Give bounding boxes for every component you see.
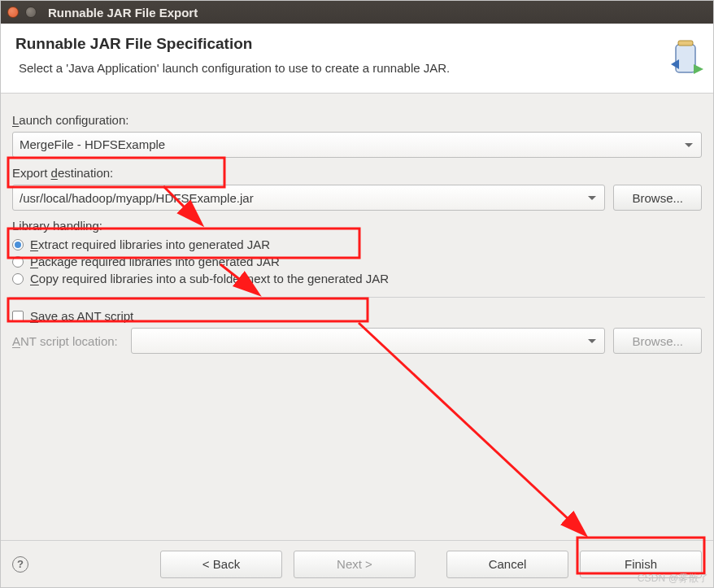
launch-config-combo[interactable]: MergeFile - HDFSExample: [12, 132, 702, 158]
radio-icon: [12, 239, 24, 250]
save-ant-checkbox[interactable]: Save as ANT script: [12, 309, 702, 323]
checkbox-icon: [12, 311, 24, 322]
svg-marker-2: [671, 59, 679, 69]
watermark: CSDN @雾散了: [638, 572, 708, 586]
browse-dest-button[interactable]: Browse...: [613, 185, 702, 211]
cancel-button[interactable]: Cancel: [446, 551, 568, 578]
title-bar: Runnable JAR File Export: [1, 1, 713, 24]
launch-config-value: MergeFile - HDFSExample: [20, 132, 165, 158]
launch-config-label: Launch configuration:: [12, 113, 702, 127]
back-button[interactable]: < Back: [160, 551, 282, 578]
ant-script-location-combo: [131, 328, 606, 354]
radio-icon: [12, 256, 24, 268]
close-icon[interactable]: [7, 7, 19, 18]
page-description: Select a 'Java Application' launch confi…: [15, 61, 699, 75]
help-icon[interactable]: ?: [12, 556, 28, 573]
svg-rect-1: [678, 41, 693, 46]
jar-icon: [671, 38, 703, 82]
radio-package[interactable]: Package required libraries into generate…: [12, 255, 702, 268]
radio-extract[interactable]: Extract required libraries into generate…: [12, 237, 702, 251]
header-panel: Runnable JAR File Specification Select a…: [1, 24, 713, 94]
content-area: Launch configuration: MergeFile - HDFSEx…: [1, 94, 713, 540]
page-title: Runnable JAR File Specification: [15, 35, 699, 53]
export-dest-combo[interactable]: [12, 185, 605, 211]
radio-icon: [12, 273, 24, 285]
browse-ant-button: Browse...: [613, 328, 702, 354]
minimize-icon[interactable]: [25, 7, 37, 18]
export-dest-input[interactable]: [20, 185, 575, 210]
window-title: Runnable JAR File Export: [48, 6, 198, 20]
svg-marker-3: [694, 64, 703, 74]
button-bar: ? < Back Next > Cancel Finish: [1, 540, 713, 587]
dialog-window: Runnable JAR File Export Runnable JAR Fi…: [0, 0, 714, 588]
export-dest-label: Export destination:: [12, 166, 702, 180]
divider: [9, 297, 705, 298]
library-handling-label: Library handling:: [12, 219, 702, 233]
next-button: Next >: [294, 551, 416, 578]
radio-copy[interactable]: Copy required libraries into a sub-folde…: [12, 272, 702, 285]
ant-script-location-label: ANT script location:: [12, 334, 118, 348]
